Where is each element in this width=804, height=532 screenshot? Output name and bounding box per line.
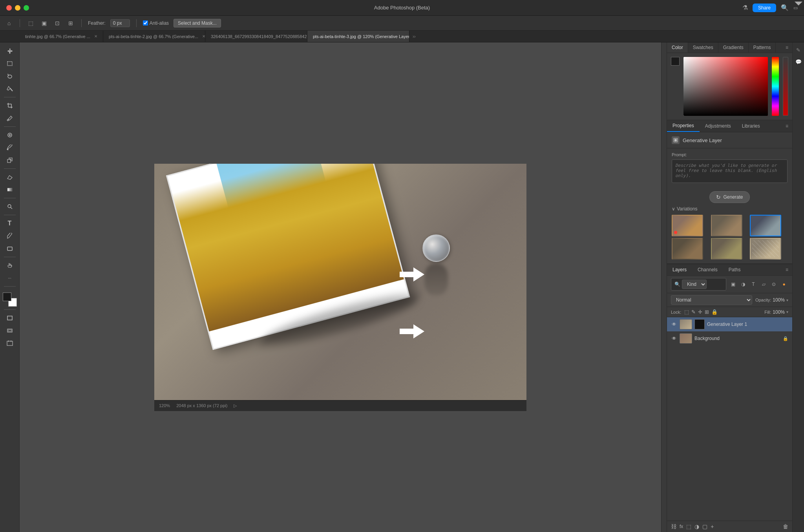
adjustment-layer-icon[interactable]: ◑: [694, 523, 699, 530]
new-layer-icon[interactable]: +: [711, 523, 714, 530]
tab-swatches[interactable]: Swatches: [688, 42, 718, 53]
vertical-scrollbar[interactable]: [661, 42, 667, 532]
variation-6[interactable]: [750, 238, 781, 260]
new-group-icon[interactable]: ▢: [702, 523, 707, 530]
close-button[interactable]: [6, 5, 12, 11]
tab-2[interactable]: 326406138_6672993308418409_8477520885842…: [205, 31, 307, 42]
variation-4[interactable]: [672, 238, 703, 260]
smart-object-filter[interactable]: ⊙: [769, 280, 778, 289]
fill-value[interactable]: 100%: [773, 309, 785, 315]
opacity-chevron[interactable]: ▾: [786, 298, 788, 302]
lasso-tool-icon[interactable]: [4, 71, 16, 82]
foreground-color-swatch[interactable]: [3, 293, 11, 301]
layers-menu[interactable]: ≡: [782, 264, 792, 275]
layer-visibility-1[interactable]: 👁: [671, 335, 677, 342]
type-layer-filter[interactable]: T: [749, 280, 758, 289]
filter-toggle[interactable]: ●: [780, 280, 788, 289]
foreground-background-colors[interactable]: [3, 293, 17, 307]
layer-item-0[interactable]: 👁 Generative Layer 1: [667, 317, 792, 331]
minimize-button[interactable]: [15, 5, 20, 11]
add-mask-icon[interactable]: ⬚: [686, 523, 691, 530]
lock-position-icon[interactable]: ✛: [698, 309, 702, 315]
lock-transparent-icon[interactable]: ⬚: [684, 309, 689, 315]
panel-icon-brush[interactable]: ✎: [794, 46, 803, 54]
alpha-slider[interactable]: [783, 57, 788, 116]
frame-tool-icon[interactable]: [4, 325, 16, 336]
healing-brush-icon[interactable]: [4, 130, 16, 141]
hand-tool-icon[interactable]: [4, 260, 16, 271]
text-tool-icon[interactable]: T: [4, 218, 16, 229]
anti-alias-checkbox[interactable]: [143, 20, 148, 26]
pixel-layer-filter[interactable]: ▣: [729, 280, 737, 289]
tab-0[interactable]: tinhte.jpg @ 66.7% (Generative ... ✕: [20, 31, 103, 42]
search-icon[interactable]: 🔍: [781, 4, 789, 11]
tool-icon-4[interactable]: ⊞: [66, 19, 75, 27]
zoom-tool-icon[interactable]: [4, 201, 16, 212]
delete-layer-icon[interactable]: 🗑: [783, 523, 788, 530]
link-layers-icon[interactable]: ⛓: [671, 523, 676, 530]
tab-channels[interactable]: Channels: [692, 264, 723, 275]
layer-item-1[interactable]: 👁 Background 🔒: [667, 331, 792, 346]
selection-tool-icon[interactable]: ⬚: [26, 19, 35, 27]
share-button[interactable]: Share: [753, 4, 776, 12]
tab-3[interactable]: pts-ai-beta-tinhte-3.jpg @ 120% (Generat…: [307, 31, 409, 42]
layer-effects-icon[interactable]: fx: [680, 524, 683, 529]
color-panel-menu[interactable]: ≡: [782, 42, 792, 53]
maximize-button[interactable]: [24, 5, 29, 11]
variation-5[interactable]: [711, 238, 742, 260]
magic-wand-icon[interactable]: [4, 83, 16, 94]
shape-layer-filter[interactable]: ▱: [759, 280, 768, 289]
tab-close-0[interactable]: ✕: [94, 34, 97, 38]
tab-paths[interactable]: Paths: [723, 264, 746, 275]
tool-icon-3[interactable]: ⊡: [53, 19, 62, 27]
hue-slider[interactable]: [772, 57, 779, 116]
tab-gradients[interactable]: Gradients: [718, 42, 749, 53]
artboard-icon[interactable]: [4, 338, 16, 349]
adjustment-layer-filter[interactable]: ◑: [739, 280, 747, 289]
tool-icon-2[interactable]: ▣: [40, 19, 48, 27]
layer-visibility-0[interactable]: 👁: [671, 321, 677, 327]
crop-tool-icon[interactable]: [4, 100, 16, 111]
prompt-textarea[interactable]: [672, 159, 788, 183]
tab-color[interactable]: Color: [667, 42, 688, 53]
active-color-swatch[interactable]: [671, 57, 680, 66]
tabs-overflow-arrow[interactable]: ››: [409, 31, 419, 42]
gradient-tool-icon[interactable]: [4, 184, 16, 195]
variation-1[interactable]: [672, 215, 703, 236]
layers-kind-select[interactable]: Kind: [682, 280, 707, 289]
pen-tool-icon[interactable]: [4, 230, 16, 241]
canvas[interactable]: [154, 164, 526, 411]
feather-input[interactable]: [110, 19, 130, 27]
screen-mode-icon[interactable]: [4, 313, 16, 324]
variation-3[interactable]: [750, 215, 781, 236]
brush-tool-icon[interactable]: [4, 142, 16, 153]
variation-2[interactable]: [711, 215, 742, 236]
tab-layers[interactable]: Layers: [667, 264, 692, 275]
home-icon[interactable]: ⌂: [5, 19, 13, 27]
eyedropper-tool-icon[interactable]: [4, 113, 16, 124]
tab-properties[interactable]: Properties: [667, 120, 700, 132]
tab-patterns[interactable]: Patterns: [749, 42, 776, 53]
tab-adjustments[interactable]: Adjustments: [700, 121, 736, 132]
rectangle-select-icon[interactable]: [4, 58, 16, 69]
eraser-tool-icon[interactable]: [4, 172, 16, 183]
color-saturation-gradient[interactable]: [683, 57, 768, 116]
more-tools-icon[interactable]: ···: [4, 272, 16, 283]
tab-1[interactable]: pts-ai-beta-tinhte-2.jpg @ 66.7% (Genera…: [103, 31, 205, 42]
clone-stamp-icon[interactable]: [4, 155, 16, 166]
generate-button[interactable]: ↻ Generate: [709, 191, 749, 203]
lock-pixels-icon[interactable]: ✎: [691, 309, 696, 315]
move-tool-icon[interactable]: [4, 46, 16, 57]
fill-chevron[interactable]: ▾: [786, 310, 788, 314]
tab-close-1[interactable]: ✕: [202, 34, 205, 38]
tab-libraries[interactable]: Libraries: [736, 121, 766, 132]
panel-icon-chat[interactable]: 💬: [794, 57, 803, 66]
opacity-value[interactable]: 100%: [773, 297, 785, 303]
properties-menu[interactable]: ≡: [782, 121, 792, 132]
blend-mode-select[interactable]: Normal: [671, 295, 752, 305]
layers-search-box[interactable]: 🔍 Kind: [671, 278, 726, 291]
lock-artboard-icon[interactable]: ⊞: [705, 309, 709, 315]
select-and-mask-button[interactable]: Select and Mask...: [174, 19, 221, 27]
shape-tool-icon[interactable]: [4, 243, 16, 254]
lock-all-icon[interactable]: 🔒: [711, 309, 718, 315]
